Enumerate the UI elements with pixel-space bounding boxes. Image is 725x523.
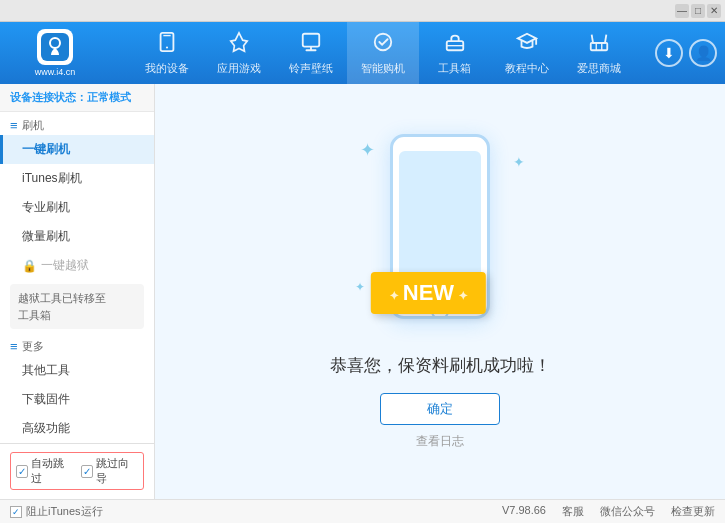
svg-point-5 [374, 33, 391, 50]
sidebar-item-one-click-flash[interactable]: 一键刷机 [0, 135, 154, 164]
sidebar-item-download-firmware[interactable]: 下载固件 [0, 385, 154, 414]
one-click-flash-label: 一键刷机 [22, 142, 70, 156]
tutorial-icon [516, 31, 538, 58]
lock-icon: 🔒 [22, 259, 37, 273]
svg-point-0 [50, 38, 60, 48]
pro-flash-label: 专业刷机 [22, 200, 70, 214]
nav-item-toolbox[interactable]: 工具箱 [419, 22, 491, 84]
download-btn[interactable]: ⬇ [655, 39, 683, 67]
more-icon: ≡ [10, 339, 18, 354]
footer-left: ✓ 阻止iTunes运行 [10, 504, 103, 519]
diary-link[interactable]: 查看日志 [416, 433, 464, 450]
version-text: V7.98.66 [502, 504, 546, 519]
phone-illustration: ✦ ✦ ✦ NEW [350, 134, 530, 334]
sidebar-locked-jailbreak: 🔒 一键越狱 [0, 251, 154, 280]
flash-label: 刷机 [22, 118, 44, 133]
status-label: 设备连接状态： [10, 91, 87, 103]
sidebar: 设备连接状态：正常模式 ≡ 刷机 一键刷机 iTunes刷机 专业刷机 微量刷机… [0, 84, 155, 499]
svg-rect-4 [302, 33, 319, 46]
apps-icon [228, 31, 250, 58]
account-btn[interactable]: 👤 [689, 39, 717, 67]
service-link[interactable]: 客服 [562, 504, 584, 519]
auto-skip-label: 自动跳过 [31, 456, 73, 486]
download-firmware-label: 下载固件 [22, 392, 70, 406]
toolbox-icon [444, 31, 466, 58]
footer-right: V7.98.66 客服 微信公众号 检查更新 [502, 504, 715, 519]
minimize-btn[interactable]: — [675, 4, 689, 18]
sidebar-item-other-tools[interactable]: 其他工具 [0, 356, 154, 385]
note-line2: 工具箱 [18, 309, 51, 321]
mall-icon [588, 31, 610, 58]
nav-item-apps[interactable]: 应用游戏 [203, 22, 275, 84]
note-line1: 越狱工具已转移至 [18, 292, 106, 304]
footer: ✓ 阻止iTunes运行 V7.98.66 客服 微信公众号 检查更新 [0, 499, 725, 523]
checkbox-row: ✓ 自动跳过 ✓ 跳过向导 [10, 452, 144, 490]
sidebar-item-advanced[interactable]: 高级功能 [0, 414, 154, 443]
skip-wizard-checkbox[interactable]: ✓ 跳过向导 [81, 456, 138, 486]
close-btn[interactable]: ✕ [707, 4, 721, 18]
status-value: 正常模式 [87, 91, 131, 103]
nav-item-ringtones[interactable]: 铃声壁纸 [275, 22, 347, 84]
maximize-btn[interactable]: □ [691, 4, 705, 18]
nav-label-ringtones: 铃声壁纸 [289, 61, 333, 76]
nav-label-smart-shop: 智能购机 [361, 61, 405, 76]
sidebar-item-pro-flash[interactable]: 专业刷机 [0, 193, 154, 222]
content-area: ✦ ✦ ✦ NEW 恭喜您，保资料刷机成功啦！ 确定 查看日志 [155, 84, 725, 499]
congrat-text: 恭喜您，保资料刷机成功啦！ [330, 354, 551, 377]
sidebar-item-itunes-flash[interactable]: iTunes刷机 [0, 164, 154, 193]
top-nav: www.i4.cn 我的设备 应用游戏 [0, 22, 725, 84]
sparkle-icon-1: ✦ [360, 139, 375, 161]
svg-rect-9 [590, 42, 607, 49]
nav-item-smart-shop[interactable]: 智能购机 [347, 22, 419, 84]
new-badge: NEW [371, 272, 486, 314]
smart-shop-icon [372, 31, 394, 58]
itunes-flash-label: iTunes刷机 [22, 171, 82, 185]
phone-icon [156, 31, 178, 58]
main-area: 设备连接状态：正常模式 ≡ 刷机 一键刷机 iTunes刷机 专业刷机 微量刷机… [0, 84, 725, 499]
nav-item-tutorials[interactable]: 教程中心 [491, 22, 563, 84]
wechat-link[interactable]: 微信公众号 [600, 504, 655, 519]
nav-items: 我的设备 应用游戏 铃声壁纸 [110, 22, 655, 84]
logo-icon [37, 29, 73, 65]
nav-item-mall[interactable]: 爱思商城 [563, 22, 635, 84]
logo-area: www.i4.cn [0, 22, 110, 84]
itunes-checkbox[interactable]: ✓ [10, 506, 22, 518]
title-bar: — □ ✕ [0, 0, 725, 22]
auto-skip-checkbox[interactable]: ✓ 自动跳过 [16, 456, 73, 486]
sparkle-icon-3: ✦ [355, 280, 365, 294]
more-label: 更多 [22, 339, 44, 354]
more-section: ≡ 更多 [0, 333, 154, 356]
skip-wizard-box[interactable]: ✓ [81, 465, 93, 478]
flash-icon: ≡ [10, 118, 18, 133]
logo-inner [41, 33, 69, 61]
nav-label-apps: 应用游戏 [217, 61, 261, 76]
nav-label-tutorials: 教程中心 [505, 61, 549, 76]
svg-point-2 [165, 46, 167, 48]
nav-label-mall: 爱思商城 [577, 61, 621, 76]
skip-wizard-label: 跳过向导 [96, 456, 138, 486]
advanced-label: 高级功能 [22, 421, 70, 435]
sparkle-icon-2: ✦ [513, 154, 525, 170]
ringtone-icon [300, 31, 322, 58]
nav-label-my-device: 我的设备 [145, 61, 189, 76]
auto-skip-box[interactable]: ✓ [16, 465, 28, 478]
update-link[interactable]: 检查更新 [671, 504, 715, 519]
sidebar-status: 设备连接状态：正常模式 [0, 84, 154, 112]
confirm-button[interactable]: 确定 [380, 393, 500, 425]
data-flash-label: 微量刷机 [22, 229, 70, 243]
logo-text: www.i4.cn [35, 67, 76, 77]
other-tools-label: 其他工具 [22, 363, 70, 377]
sidebar-bottom: ✓ 自动跳过 ✓ 跳过向导 iPhone 12 mini [0, 443, 154, 499]
nav-right: ⬇ 👤 [655, 39, 725, 67]
nav-item-my-device[interactable]: 我的设备 [131, 22, 203, 84]
flash-section: ≡ 刷机 [0, 112, 154, 135]
locked-label: 一键越狱 [41, 257, 89, 274]
nav-label-toolbox: 工具箱 [438, 61, 471, 76]
sidebar-note: 越狱工具已转移至 工具箱 [10, 284, 144, 329]
itunes-label: 阻止iTunes运行 [26, 504, 103, 519]
sidebar-item-data-flash[interactable]: 微量刷机 [0, 222, 154, 251]
